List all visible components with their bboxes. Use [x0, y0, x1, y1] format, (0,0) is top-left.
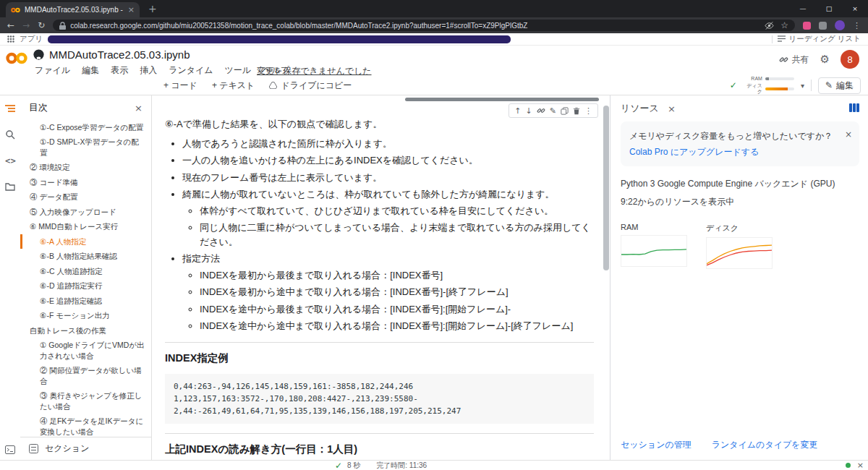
- lock-icon: [59, 22, 66, 30]
- toc-item[interactable]: 自動トレース後の作業: [20, 323, 151, 338]
- connection-status-dot: [846, 463, 851, 468]
- resource-meter[interactable]: RAM ディスク: [744, 76, 794, 95]
- toc-item[interactable]: ⑥-F モーション出力: [20, 308, 151, 322]
- bullet-item: 現在のフレーム番号は左上に表示しています。: [182, 171, 594, 184]
- status-close-icon[interactable]: ×: [857, 461, 864, 470]
- ram-meter-bar: [765, 77, 794, 80]
- sub-bullet-list: 体幹がすべて取れていて、ひじひざ辺りまで取れている枠を目安にしてください。同じ人…: [200, 204, 594, 249]
- vertical-scrollbar[interactable]: [603, 106, 609, 270]
- colab-header: MMDAutoTrace2.05.03.ipynb ファイル編集表示挿入ランタイ…: [0, 46, 868, 76]
- bullet-item: 一人の人物を追いかける枠の左上にあるINDEXを確認してください。: [182, 153, 594, 167]
- reading-list-button[interactable]: リーディング リスト: [778, 34, 861, 44]
- extension-icon[interactable]: [803, 22, 811, 30]
- toc-item[interactable]: ⑤ 入力映像アップロード: [20, 205, 151, 219]
- toc-item[interactable]: ③ 奥行きやジャンプを修正したい場合: [20, 388, 151, 414]
- edit-mode-button[interactable]: ✎ 編集: [818, 77, 861, 94]
- url-field[interactable]: colab.research.google.com/github/miu2005…: [53, 20, 795, 31]
- charts-row: RAMディスク: [621, 223, 859, 269]
- eye-off-icon[interactable]: [765, 21, 774, 30]
- toc-close-icon[interactable]: ×: [135, 103, 142, 114]
- browser-tab[interactable]: MMDAutoTrace2.05.03.ipynb - C ×: [6, 2, 140, 17]
- backend-info: Python 3 Google Compute Engine バックエンド (G…: [621, 178, 859, 190]
- colab-logo-icon[interactable]: [6, 52, 27, 64]
- app-window: MMDAutoTrace2.05.03.ipynb - C × + — □ × …: [0, 0, 868, 470]
- move-cell-up-icon[interactable]: ↑: [514, 107, 521, 115]
- edit-cell-icon[interactable]: ✎: [550, 107, 556, 115]
- apps-label[interactable]: アプリ: [20, 34, 43, 44]
- toc-item[interactable]: ⑥-E 追跡指定確認: [20, 294, 151, 308]
- code-snippets-icon[interactable]: <>: [4, 155, 16, 166]
- toc-item[interactable]: ①-C Expose学習データの配置: [20, 120, 151, 134]
- forward-icon[interactable]: →: [22, 21, 30, 30]
- url-text: colab.research.google.com/github/miu2005…: [70, 22, 760, 30]
- toc-item[interactable]: ④ 足FKデータを足IKデータに変換したい場合: [20, 414, 151, 437]
- bullet-item: 人物であろうと認識された箇所に枠が入ります。: [182, 137, 594, 150]
- back-icon[interactable]: ←: [7, 21, 14, 30]
- browser-profile-avatar[interactable]: [835, 20, 845, 30]
- toc-item[interactable]: ② 環境設定: [20, 160, 151, 174]
- terminal-icon[interactable]: [4, 444, 16, 456]
- toc-sidebar: 目次 × ①-C Expose学習データの配置①-D SMPL-X学習データの配…: [20, 95, 152, 460]
- toc-item[interactable]: ① GoogleドライブにVMDが出力されない場合: [20, 338, 151, 363]
- maximize-button[interactable]: □: [816, 0, 842, 17]
- toc-item[interactable]: ④ データ配置: [20, 189, 151, 204]
- chevron-down-icon[interactable]: ▾: [801, 82, 804, 90]
- cell-intro-text: ⑥-Aで準備した結果を、以下の観点で確認します。: [165, 117, 594, 131]
- notebook-title[interactable]: MMDAutoTrace2.05.03.ipynb: [49, 48, 190, 61]
- disk-meter-label: ディスク: [744, 83, 762, 95]
- toc-item[interactable]: ⑥ MMD自動トレース実行: [20, 219, 151, 234]
- toc-title: 目次: [29, 101, 48, 114]
- window-controls: — □ ×: [790, 0, 868, 17]
- toc-item[interactable]: ⑥-B 人物指定結果確認: [20, 249, 151, 263]
- change-runtime-link[interactable]: ランタイムのタイプを変更: [712, 439, 818, 451]
- columns-view-icon[interactable]: [849, 103, 859, 114]
- refresh-icon[interactable]: ↻: [38, 21, 45, 30]
- resources-since: 9:22からのリソースを表示中: [621, 196, 859, 208]
- resource-chart: ディスク: [706, 223, 773, 269]
- code-block: 0,44:263-,94,126,145,148,159,161:-3858,1…: [165, 374, 594, 424]
- move-cell-down-icon[interactable]: ↓: [526, 107, 532, 115]
- copy-cell-link-icon[interactable]: [537, 106, 545, 115]
- delete-cell-icon[interactable]: [573, 107, 580, 115]
- copy-to-drive-button[interactable]: ドライブにコピー: [269, 80, 352, 92]
- toc-item[interactable]: ①-D SMPL-X学習データの配置: [20, 134, 151, 160]
- cell-more-icon[interactable]: ⋮: [584, 107, 592, 115]
- vertical-scrollbar-track: [603, 95, 610, 460]
- tab-title: MMDAutoTrace2.05.03.ipynb - C: [25, 6, 124, 14]
- toc-item[interactable]: ③ コード準備: [20, 175, 151, 189]
- copy-cell-icon[interactable]: [561, 107, 569, 115]
- colab-pro-link[interactable]: Colab Pro にアップグレードする: [629, 145, 759, 158]
- toc-item[interactable]: ⑥-C 人物追跡指定: [20, 264, 151, 278]
- search-icon[interactable]: [4, 129, 16, 140]
- apps-grid-icon[interactable]: [7, 35, 14, 43]
- section-label: セクション: [45, 443, 89, 455]
- section-button[interactable]: セクション: [20, 437, 151, 460]
- toc-item[interactable]: ② 関節位置データが欲しい場合: [20, 363, 151, 388]
- bookmark-star-icon[interactable]: ☆: [780, 21, 788, 30]
- toc-rail-icon[interactable]: [4, 103, 16, 114]
- toc-item[interactable]: ⑥-A 人物指定: [20, 234, 151, 249]
- horizontal-scrollbar[interactable]: [405, 98, 599, 101]
- gear-icon[interactable]: ⚙: [820, 53, 830, 66]
- cell-toolbar: ↑ ↓ ✎ ⋮: [509, 103, 598, 118]
- notebook-content-area: ↑ ↓ ✎ ⋮ ⑥-Aで準備した結果を、以下の観点で確認します。 人物であろうと…: [152, 95, 610, 460]
- tab-close-icon[interactable]: ×: [128, 5, 135, 14]
- minimize-button[interactable]: —: [790, 0, 816, 17]
- extension-icon[interactable]: [819, 22, 827, 30]
- github-icon: [33, 49, 44, 60]
- upsell-close-icon[interactable]: ×: [845, 128, 852, 141]
- manage-session-link[interactable]: セッションの管理: [621, 439, 692, 451]
- account-avatar[interactable]: 8: [841, 50, 859, 69]
- toc-item[interactable]: ⑥-D 追跡指定実行: [20, 278, 151, 293]
- add-code-button[interactable]: + コード: [163, 80, 197, 92]
- files-folder-icon[interactable]: [4, 181, 16, 192]
- browser-menu-icon[interactable]: ⋮: [853, 21, 861, 30]
- resources-panel: リソース × メモリやディスク容量をもっと増やしたいですか？ Colab Pro…: [610, 95, 868, 460]
- share-button[interactable]: 共有: [779, 54, 809, 66]
- window-close-button[interactable]: ×: [842, 0, 868, 17]
- index-howto-heading: 上記INDEXの読み解き方(一行目：1人目): [165, 442, 594, 457]
- resources-close-icon[interactable]: ×: [668, 103, 676, 114]
- add-text-button[interactable]: + テキスト: [212, 80, 255, 92]
- bookmark-item[interactable]: [48, 35, 511, 43]
- new-tab-button[interactable]: +: [148, 1, 157, 16]
